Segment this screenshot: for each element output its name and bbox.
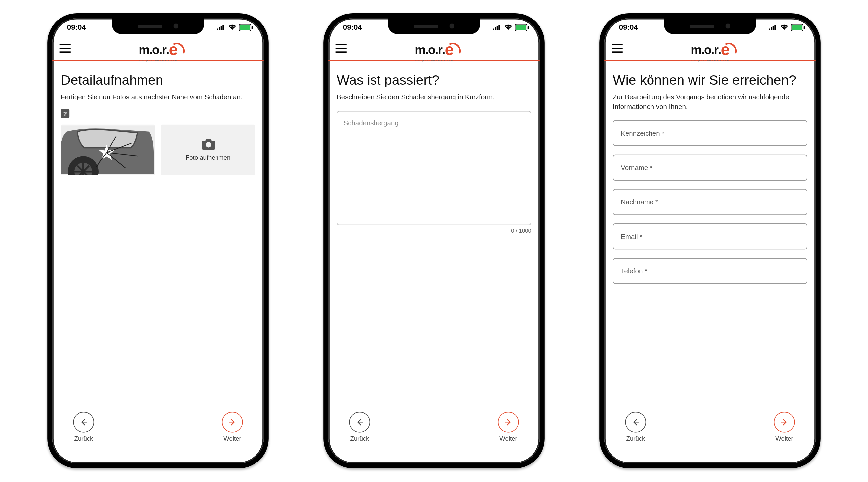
arrow-right-icon [504,418,513,426]
page-title: Detailaufnahmen [61,72,255,88]
svg-rect-1 [219,27,220,30]
logo-r: r [162,42,166,57]
svg-rect-6 [251,26,252,29]
next-button[interactable]: Weiter [774,412,795,442]
take-photo-card[interactable]: Foto aufnehmen [161,124,255,175]
svg-rect-35 [804,26,805,29]
status-time: 09:04 [616,23,638,32]
logo-tagline: Mein optimales Reparatur Erlebnis [415,59,453,61]
page-title: Wie können wir Sie erreichen? [613,72,807,88]
logo-o: o [428,42,435,57]
damage-description-textarea[interactable]: Schadenshergang [337,111,531,225]
logo-r: r [438,42,442,57]
back-label: Zurück [74,435,93,442]
status-indicators [769,24,805,31]
arrow-left-icon [631,418,640,426]
take-photo-label: Foto aufnehmen [186,154,230,161]
logo-o: o [704,42,711,57]
logo-r: r [714,42,718,57]
email-field[interactable]: Email * [613,223,807,249]
logo-e-swoosh: e [721,40,729,59]
svg-rect-25 [528,26,529,29]
device-notch [112,18,204,34]
logo-tagline: Mein optimales Reparatur Erlebnis [139,59,177,61]
logo-dot: . [425,42,428,57]
next-button[interactable]: Weiter [498,412,519,442]
arrow-left-icon [79,418,88,426]
svg-rect-21 [497,26,498,30]
back-button[interactable]: Zurück [349,412,370,442]
logo-o: o [152,42,159,57]
brand-logo: m.o.r.e Mein optimales Reparatur Erlebni… [139,39,177,58]
svg-rect-22 [498,25,500,30]
next-label: Weiter [499,435,517,442]
device-notch [388,18,480,34]
status-time: 09:04 [339,23,362,32]
phone-field[interactable]: Telefon * [613,258,807,284]
svg-rect-32 [775,25,776,30]
svg-rect-19 [493,29,495,31]
cellular-icon [769,24,778,30]
next-label: Weiter [223,435,241,442]
logo-dot: . [159,42,162,57]
svg-rect-20 [495,27,496,30]
status-indicators [493,24,529,31]
svg-rect-37 [612,48,623,49]
logo-dot: . [166,42,168,57]
arrow-left-icon [355,418,364,426]
page-subtitle: Zur Bearbeitung des Vorgangs benötigen w… [613,93,807,112]
battery-icon [791,24,805,31]
svg-rect-0 [217,29,218,31]
firstname-field[interactable]: Vorname * [613,155,807,181]
next-label: Weiter [776,435,793,442]
menu-icon[interactable] [60,44,70,53]
cellular-icon [493,24,502,30]
status-indicators [217,24,252,31]
lastname-field[interactable]: Nachname * [613,189,807,215]
license-plate-field[interactable]: Kennzeichen * [613,120,807,146]
battery-icon [515,24,529,31]
back-button[interactable]: Zurück [73,412,94,442]
field-placeholder: Vorname * [621,164,653,171]
next-button[interactable]: Weiter [222,412,243,442]
logo-m: m [415,42,425,57]
car-damage-illustration [61,124,155,175]
logo-m: m [691,42,702,57]
back-label: Zurück [626,435,645,442]
logo-m: m [139,42,149,57]
help-icon[interactable]: ? [61,110,69,118]
logo-dot: . [435,42,438,57]
wifi-icon [228,24,237,30]
field-placeholder: Nachname * [621,198,658,206]
svg-rect-38 [612,51,623,53]
back-label: Zurück [350,435,369,442]
menu-icon[interactable] [612,44,623,53]
svg-rect-7 [60,44,70,45]
logo-e-swoosh: e [445,40,453,59]
phone-mockup-3: 09:04 m.o.r.e Mein optimales Reparatur E… [651,13,770,258]
svg-rect-5 [240,25,250,30]
field-placeholder: Kennzeichen * [621,129,665,137]
svg-rect-28 [336,51,346,53]
logo-e-swoosh: e [168,40,177,59]
phone-mockup-1: 09:04 m.o.r.e Mein optimales Reparatur E… [98,13,217,258]
damage-illustration-card[interactable] [61,124,155,175]
logo-tagline: Mein optimales Reparatur Erlebnis [691,59,729,61]
arrow-right-icon [228,418,237,426]
menu-icon[interactable] [336,44,346,53]
cellular-icon [217,24,225,30]
brand-logo: m.o.r.e Mein optimales Reparatur Erlebni… [691,39,729,58]
app-header: m.o.r.e Mein optimales Reparatur Erlebni… [52,37,264,61]
svg-rect-34 [792,25,802,30]
device-notch [664,18,756,34]
svg-rect-24 [516,25,526,30]
textarea-placeholder: Schadenshergang [344,119,399,126]
app-header: m.o.r.e Mein optimales Reparatur Erlebni… [604,37,816,61]
phone-mockup-2: 09:04 m.o.r.e Mein optimales Reparatur E… [374,13,494,258]
battery-icon [239,24,252,31]
field-placeholder: Telefon * [621,267,648,274]
camera-icon [200,138,216,150]
svg-rect-3 [222,25,224,30]
back-button[interactable]: Zurück [625,412,646,442]
svg-rect-27 [336,48,346,49]
